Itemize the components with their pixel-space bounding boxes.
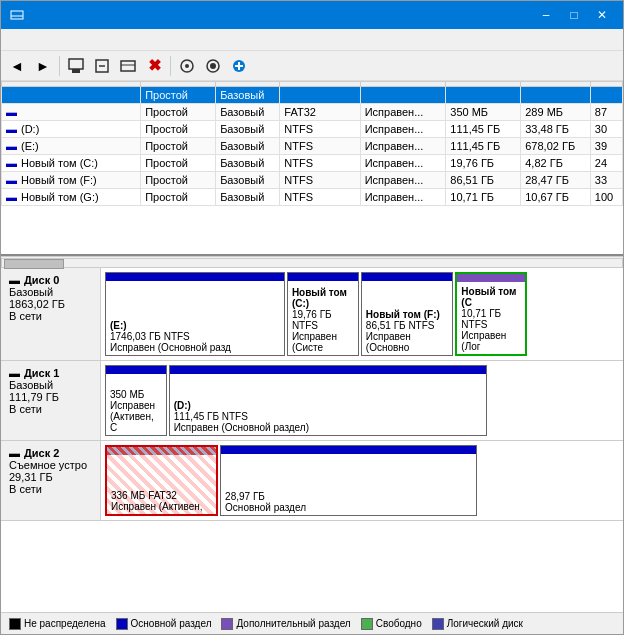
partition-detail: 1746,03 ГБ NTFS bbox=[110, 331, 280, 342]
forward-button[interactable]: ► bbox=[31, 54, 55, 78]
separator-1 bbox=[59, 56, 60, 76]
partition[interactable]: 336 МБ FAT32Исправен (Активен, bbox=[105, 445, 218, 516]
toolbar-btn-9[interactable] bbox=[227, 54, 251, 78]
partition-label: Новый том (С bbox=[461, 286, 521, 308]
toolbar-btn-5[interactable] bbox=[116, 54, 140, 78]
legend-label: Основной раздел bbox=[131, 618, 212, 629]
table-cell: 86,51 ГБ bbox=[446, 172, 521, 189]
toolbar-btn-4[interactable] bbox=[90, 54, 114, 78]
table-row[interactable]: ▬(E:)ПростойБазовыйNTFSИсправен...111,45… bbox=[2, 138, 623, 155]
disk-info: ▬Диск 2Съемное устро29,31 ГБВ сети bbox=[1, 441, 101, 520]
partition-content: Новый том (F:)86,51 ГБ NTFSИсправен (Осн… bbox=[366, 309, 449, 353]
table-row[interactable]: ПростойБазовый bbox=[2, 87, 623, 104]
disk-type: Базовый bbox=[9, 379, 92, 391]
partition[interactable]: Новый том (F:)86,51 ГБ NTFSИсправен (Осн… bbox=[361, 272, 454, 356]
svg-point-9 bbox=[185, 64, 189, 68]
legend-color-box bbox=[432, 618, 444, 630]
table-header-row bbox=[2, 82, 623, 87]
partition-bar bbox=[106, 273, 284, 281]
partition-bar bbox=[362, 273, 453, 281]
partition-label: Новый том (C:) bbox=[292, 287, 354, 309]
partition[interactable]: 28,97 ГБОсновной раздел bbox=[220, 445, 477, 516]
menu-action[interactable] bbox=[25, 38, 41, 42]
maximize-button[interactable]: □ bbox=[561, 5, 587, 25]
table-cell: 30 bbox=[590, 121, 622, 138]
menu-bar bbox=[1, 29, 623, 51]
close-button[interactable]: ✕ bbox=[589, 5, 615, 25]
disk-info: ▬Диск 0Базовый1863,02 ГБВ сети bbox=[1, 268, 101, 360]
table-row[interactable]: ▬ПростойБазовыйFAT32Исправен...350 МБ289… bbox=[2, 104, 623, 121]
partition-bar bbox=[107, 447, 216, 455]
app-icon bbox=[9, 7, 25, 23]
partition-detail: 19,76 ГБ NTFS bbox=[292, 309, 354, 331]
svg-rect-0 bbox=[11, 11, 23, 19]
partition[interactable]: (E:)1746,03 ГБ NTFSИсправен (Основной ра… bbox=[105, 272, 285, 356]
partition-content: 28,97 ГБОсновной раздел bbox=[225, 491, 472, 513]
table-cell: 28,47 ГБ bbox=[521, 172, 591, 189]
legend-item: Основной раздел bbox=[116, 618, 212, 630]
partition-content: Новый том (С10,71 ГБ NTFSИсправен (Лог bbox=[461, 286, 521, 352]
partition-label: (E:) bbox=[110, 320, 280, 331]
table-row[interactable]: ▬(D:)ПростойБазовыйNTFSИсправен...111,45… bbox=[2, 121, 623, 138]
menu-file[interactable] bbox=[5, 38, 21, 42]
table-cell: FAT32 bbox=[280, 104, 360, 121]
table-cell: Простой bbox=[141, 155, 216, 172]
table-cell: Базовый bbox=[216, 104, 280, 121]
legend-label: Дополнительный раздел bbox=[236, 618, 350, 629]
partition[interactable]: Новый том (C:)19,76 ГБ NTFSИсправен (Сис… bbox=[287, 272, 359, 356]
partition-content: (D:)111,45 ГБ NTFSИсправен (Основной раз… bbox=[174, 400, 483, 433]
col-name bbox=[2, 82, 141, 87]
disk-partitions: (E:)1746,03 ГБ NTFSИсправен (Основной ра… bbox=[101, 268, 623, 360]
disk-status: В сети bbox=[9, 310, 92, 322]
main-content: ПростойБазовый▬ПростойБазовыйFAT32Исправ… bbox=[1, 81, 623, 634]
toolbar-btn-7[interactable] bbox=[175, 54, 199, 78]
table-row[interactable]: ▬Новый том (C:)ПростойБазовыйNTFSИсправе… bbox=[2, 155, 623, 172]
disk-table[interactable]: ПростойБазовый▬ПростойБазовыйFAT32Исправ… bbox=[1, 81, 623, 256]
table-cell: NTFS bbox=[280, 189, 360, 206]
menu-help[interactable] bbox=[65, 38, 81, 42]
table-cell: 19,76 ГБ bbox=[446, 155, 521, 172]
window-controls: – □ ✕ bbox=[533, 5, 615, 25]
toolbar-btn-8[interactable] bbox=[201, 54, 225, 78]
disk-type: Съемное устро bbox=[9, 459, 92, 471]
disk-entry: ▬Диск 2Съемное устро29,31 ГБВ сети336 МБ… bbox=[1, 441, 623, 521]
disk-view[interactable]: ▬Диск 0Базовый1863,02 ГБВ сети(E:)1746,0… bbox=[1, 268, 623, 612]
table-cell bbox=[590, 87, 622, 104]
table-cell: Исправен... bbox=[360, 155, 446, 172]
table-scrollbar[interactable] bbox=[1, 256, 623, 268]
table-cell bbox=[360, 87, 446, 104]
partition[interactable]: Новый том (С10,71 ГБ NTFSИсправен (Лог bbox=[455, 272, 527, 356]
partition-label: Новый том (F:) bbox=[366, 309, 449, 320]
disk-size: 111,79 ГБ bbox=[9, 391, 92, 403]
table-cell: 111,45 ГБ bbox=[446, 121, 521, 138]
partition-sub: Исправен (Основной разд bbox=[110, 342, 280, 353]
legend-label: Свободно bbox=[376, 618, 422, 629]
partition[interactable]: 350 МБИсправен (Активен, С bbox=[105, 365, 167, 436]
col-capacity bbox=[446, 82, 521, 87]
main-window: – □ ✕ ◄ ► ✖ bbox=[0, 0, 624, 635]
menu-view[interactable] bbox=[45, 38, 61, 42]
table-row[interactable]: ▬Новый том (G:)ПростойБазовыйNTFSИсправе… bbox=[2, 189, 623, 206]
table-row[interactable]: ▬Новый том (F:)ПростойБазовыйNTFSИсправе… bbox=[2, 172, 623, 189]
partition-bar bbox=[221, 446, 476, 454]
table-cell: Исправен... bbox=[360, 189, 446, 206]
col-pct bbox=[590, 82, 622, 87]
partition-detail: 336 МБ FAT32 bbox=[111, 490, 212, 501]
disk-size: 1863,02 ГБ bbox=[9, 298, 92, 310]
table-cell: 289 МБ bbox=[521, 104, 591, 121]
toolbar-btn-3[interactable] bbox=[64, 54, 88, 78]
partition-content: (E:)1746,03 ГБ NTFSИсправен (Основной ра… bbox=[110, 320, 280, 353]
partition[interactable]: (D:)111,45 ГБ NTFSИсправен (Основной раз… bbox=[169, 365, 488, 436]
table-cell: Простой bbox=[141, 104, 216, 121]
table-cell: 33 bbox=[590, 172, 622, 189]
table-cell bbox=[446, 87, 521, 104]
table-cell: Исправен... bbox=[360, 121, 446, 138]
table-cell: ▬Новый том (F:) bbox=[2, 172, 141, 189]
legend-label: Логический диск bbox=[447, 618, 523, 629]
back-button[interactable]: ◄ bbox=[5, 54, 29, 78]
table-cell: ▬ bbox=[2, 104, 141, 121]
table-cell: 24 bbox=[590, 155, 622, 172]
toolbar-btn-6[interactable]: ✖ bbox=[142, 54, 166, 78]
minimize-button[interactable]: – bbox=[533, 5, 559, 25]
partition-sub: Исправен (Лог bbox=[461, 330, 521, 352]
